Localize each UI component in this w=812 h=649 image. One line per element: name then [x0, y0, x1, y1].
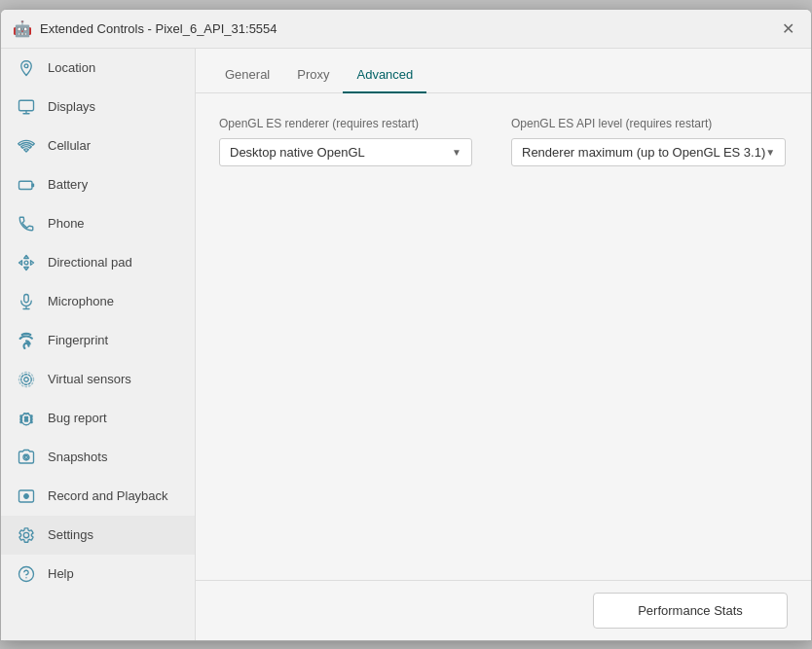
panel-footer: Performance Stats [196, 580, 811, 640]
opengl-renderer-arrow: ▼ [452, 147, 461, 158]
svg-rect-1 [19, 181, 33, 189]
dpad-icon [17, 253, 36, 272]
help-label: Help [48, 566, 74, 581]
opengl-renderer-group: OpenGL ES renderer (requires restart) De… [219, 117, 472, 166]
displays-icon [17, 97, 36, 117]
svg-point-5 [21, 374, 32, 384]
directional-pad-label: Directional pad [48, 255, 132, 270]
displays-label: Displays [48, 99, 95, 114]
sidebar-item-fingerprint[interactable]: Fingerprint [1, 321, 195, 360]
titlebar-left: 🤖 Extended Controls - Pixel_6_API_31:555… [13, 19, 277, 38]
svg-rect-0 [19, 100, 34, 111]
svg-point-9 [19, 566, 34, 581]
sidebar-item-record-playback[interactable]: Record and Playback [1, 477, 195, 516]
phone-label: Phone [48, 216, 85, 231]
sidebar-item-microphone[interactable]: Microphone [1, 282, 195, 321]
opengl-api-value: Renderer maximum (up to OpenGL ES 3.1) [522, 145, 765, 160]
performance-stats-button[interactable]: Performance Stats [593, 593, 788, 629]
fingerprint-icon [17, 331, 36, 350]
opengl-renderer-value: Desktop native OpenGL [230, 145, 365, 160]
sidebar-item-phone[interactable]: Phone [1, 204, 195, 243]
help-icon [17, 564, 36, 584]
bug-icon [17, 409, 36, 428]
sidebar-item-settings[interactable]: Settings [1, 516, 195, 555]
fingerprint-label: Fingerprint [48, 333, 108, 347]
battery-label: Battery [48, 177, 88, 192]
svg-point-8 [24, 493, 29, 498]
cellular-icon [17, 136, 36, 156]
svg-rect-3 [24, 294, 29, 302]
virtual-sensors-icon [17, 370, 36, 389]
record-icon [17, 487, 36, 506]
settings-label: Settings [48, 527, 93, 542]
record-playback-label: Record and Playback [48, 488, 168, 503]
phone-icon [17, 214, 36, 234]
location-icon [17, 58, 36, 78]
opengl-api-group: OpenGL ES API level (requires restart) R… [511, 117, 786, 166]
cellular-label: Cellular [48, 138, 91, 153]
opengl-api-select[interactable]: Renderer maximum (up to OpenGL ES 3.1) ▼ [511, 138, 786, 166]
content-area: Location Displays Cellular Battery [1, 49, 811, 640]
opengl-renderer-label: OpenGL ES renderer (requires restart) [219, 117, 472, 130]
opengl-api-arrow: ▼ [765, 147, 775, 158]
sidebar-item-bug-report[interactable]: Bug report [1, 399, 195, 438]
settings-icon [17, 525, 36, 545]
sidebar-item-help[interactable]: Help [1, 555, 195, 594]
sidebar-item-virtual-sensors[interactable]: Virtual sensors [1, 360, 195, 399]
app-icon: 🤖 [13, 19, 32, 38]
settings-row: OpenGL ES renderer (requires restart) De… [219, 117, 788, 166]
svg-point-2 [24, 261, 28, 265]
opengl-renderer-select[interactable]: Desktop native OpenGL ▼ [219, 138, 472, 166]
tab-general[interactable]: General [211, 57, 283, 93]
window-title: Extended Controls - Pixel_6_API_31:5554 [40, 21, 277, 36]
bug-report-label: Bug report [48, 411, 107, 425]
battery-icon [17, 175, 36, 195]
tabs-bar: General Proxy Advanced [196, 49, 811, 93]
microphone-label: Microphone [48, 294, 114, 308]
sidebar-item-cellular[interactable]: Cellular [1, 126, 195, 165]
snapshots-label: Snapshots [48, 450, 107, 464]
tab-proxy[interactable]: Proxy [283, 57, 343, 93]
panel-content: OpenGL ES renderer (requires restart) De… [196, 93, 811, 580]
main-panel: General Proxy Advanced OpenGL ES rendere… [196, 49, 811, 640]
titlebar: 🤖 Extended Controls - Pixel_6_API_31:555… [1, 10, 811, 49]
sidebar: Location Displays Cellular Battery [1, 49, 196, 640]
snapshots-icon [17, 448, 36, 467]
sidebar-item-location[interactable]: Location [1, 49, 195, 88]
tab-advanced[interactable]: Advanced [343, 57, 426, 93]
microphone-icon [17, 292, 36, 311]
opengl-api-label: OpenGL ES API level (requires restart) [511, 117, 786, 130]
extended-controls-window: 🤖 Extended Controls - Pixel_6_API_31:555… [0, 9, 812, 641]
location-label: Location [48, 60, 95, 75]
close-button[interactable]: ✕ [776, 17, 799, 40]
sidebar-item-battery[interactable]: Battery [1, 165, 195, 204]
sidebar-item-displays[interactable]: Displays [1, 88, 195, 126]
svg-point-4 [24, 377, 29, 381]
sidebar-item-snapshots[interactable]: Snapshots [1, 438, 195, 477]
sidebar-item-directional-pad[interactable]: Directional pad [1, 243, 195, 282]
virtual-sensors-label: Virtual sensors [48, 372, 131, 386]
